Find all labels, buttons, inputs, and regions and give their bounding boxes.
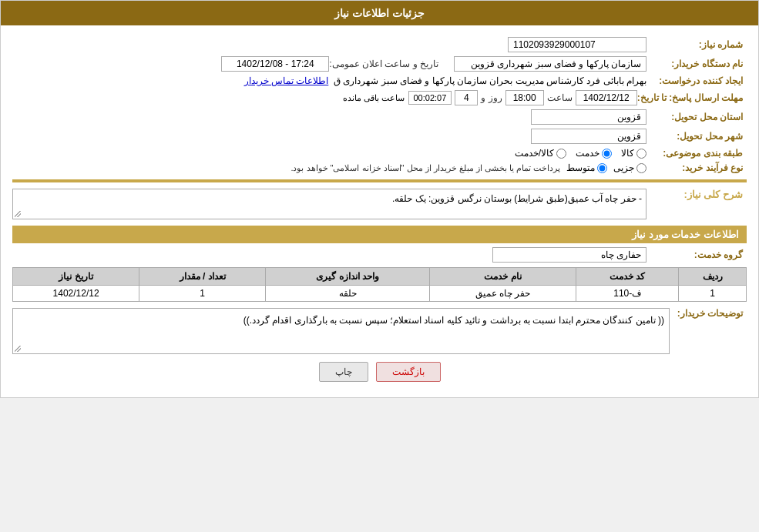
buyer-org-value: سازمان پارکها و فضای سبز شهرداری قزوین <box>454 56 646 72</box>
col-row: ردیف <box>679 268 747 286</box>
category-option-khedmat: خدمت <box>576 148 612 159</box>
send-date-label: مهلت ارسال پاسخ: تا تاریخ: <box>637 92 747 103</box>
col-name: نام خدمت <box>429 268 576 286</box>
page-title: جزئیات اطلاعات نیاز <box>334 7 425 19</box>
divider-1 <box>12 179 747 182</box>
table-row: 1ف-110حفر چاه عمیقحلقه11402/12/12 <box>13 286 747 302</box>
province-label: استان محل تحویل: <box>646 112 747 122</box>
remaining-label: ساعت باقی مانده <box>343 93 405 103</box>
requester-row: ایجاد کننده درخواست: بهرام بابائی فرد کا… <box>12 75 747 86</box>
cell-qty: 1 <box>139 286 266 302</box>
purchase-options-group: جزیی متوسط پرداخت تمام یا بخشی از مبلغ خ… <box>291 162 646 173</box>
back-button[interactable]: بازگشت <box>376 362 441 382</box>
category-option-kala: کالا <box>621 148 646 159</box>
category-option-both: کالا/خدمت <box>515 148 566 159</box>
service-group-label: گروه خدمت: <box>646 249 747 260</box>
print-button[interactable]: چاپ <box>319 362 368 382</box>
remaining-time-group: 00:02:07 ساعت باقی مانده <box>343 91 452 105</box>
purchase-type-row: نوع فرآیند خرید: جزیی متوسط پرداخت تمام … <box>12 162 747 173</box>
page-wrapper: جزئیات اطلاعات نیاز شماره نیاز: 11020939… <box>0 0 759 398</box>
city-label: شهر محل تحویل: <box>646 131 747 142</box>
deadline-time: 18:00 <box>505 90 544 105</box>
category-row: طبقه بندی موضوعی: کالا خدمت کالا/خدمت <box>12 148 747 159</box>
need-desc-label: شرح کلی نیاز: <box>646 189 747 200</box>
services-table: ردیف کد خدمت نام خدمت واحد اندازه گیری ت… <box>12 267 747 302</box>
purchase-option-motavasset: متوسط <box>566 162 607 173</box>
purchase-radio-jozii[interactable] <box>636 163 646 173</box>
need-number-label: شماره نیاز: <box>646 39 747 50</box>
service-group-value: حفاری چاه <box>492 247 646 263</box>
requester-label: ایجاد کننده درخواست: <box>646 75 747 86</box>
days-label: روز و <box>481 92 502 103</box>
buyer-org-label: نام دستگاه خریدار: <box>646 59 747 69</box>
need-number-row: شماره نیاز: 1102093929000107 <box>12 37 747 52</box>
contact-link[interactable]: اطلاعات تماس خریدار <box>244 75 329 86</box>
col-code: کد خدمت <box>576 268 679 286</box>
buyer-notes-label: توضیحات خریدار: <box>670 308 747 319</box>
service-group-row: گروه خدمت: حفاری چاه <box>12 247 747 263</box>
need-number-value: 1102093929000107 <box>508 37 646 52</box>
announce-date-value: 1402/12/08 - 17:24 <box>221 56 329 72</box>
send-date-row: مهلت ارسال پاسخ: تا تاریخ: 1402/12/12 سا… <box>12 90 747 105</box>
buyer-notes-box: (( تامین کنندگان محترم ابتدا نسبت به برد… <box>12 308 670 354</box>
category-label: طبقه بندی موضوعی: <box>646 148 747 159</box>
buyer-org-row: نام دستگاه خریدار: سازمان پارکها و فضای … <box>12 56 747 72</box>
cell-name: حفر چاه عمیق <box>429 286 576 302</box>
announce-date-label: تاریخ و ساعت اعلان عمومی: <box>329 59 438 69</box>
category-radio-kala[interactable] <box>636 149 646 159</box>
purchase-motavasset-label: متوسط <box>566 162 595 173</box>
category-khedmat-label: خدمت <box>576 148 599 159</box>
requester-value: بهرام بابائی فرد کارشناس مدیریت بحران سا… <box>244 75 646 86</box>
category-both-label: کالا/خدمت <box>515 148 554 159</box>
purchase-type-label: نوع فرآیند خرید: <box>646 162 747 173</box>
need-desc-box: - حفر چاه آب عمیق(طبق شرایط) بوستان نرگس… <box>12 189 646 219</box>
buyer-notes-value: (( تامین کنندگان محترم ابتدا نسبت به برد… <box>243 315 664 326</box>
notes-resize-handle <box>15 346 21 352</box>
cell-date: 1402/12/12 <box>13 286 139 302</box>
buyer-notes-section: توضیحات خریدار: (( تامین کنندگان محترم ا… <box>12 308 747 354</box>
col-qty: تعداد / مقدار <box>139 268 266 286</box>
category-radio-khedmat[interactable] <box>602 149 612 159</box>
purchase-jozii-label: جزیی <box>613 162 634 173</box>
province-value: قزوین <box>531 109 646 125</box>
cell-unit: حلقه <box>266 286 430 302</box>
category-kala-label: کالا <box>621 148 634 159</box>
remaining-time-value: 00:02:07 <box>408 91 452 105</box>
category-radio-both[interactable] <box>556 149 566 159</box>
cell-row: 1 <box>679 286 747 302</box>
province-row: استان محل تحویل: قزوین <box>12 109 747 125</box>
col-date: تاریخ نیاز <box>13 268 139 286</box>
city-row: شهر محل تحویل: قزوین <box>12 129 747 144</box>
need-desc-value: - حفر چاه آب عمیق(طبق شرایط) بوستان نرگس… <box>392 193 642 204</box>
resize-handle <box>15 211 21 217</box>
deadline-days: 4 <box>455 90 478 105</box>
main-content: شماره نیاز: 1102093929000107 نام دستگاه … <box>1 25 758 397</box>
time-label-txt: ساعت <box>547 92 573 103</box>
buttons-row: بازگشت چاپ <box>12 362 747 382</box>
purchase-note: پرداخت تمام یا بخشی از مبلغ خریدار از مح… <box>291 163 560 173</box>
page-header: جزئیات اطلاعات نیاز <box>1 1 758 25</box>
purchase-radio-motavasset[interactable] <box>597 163 607 173</box>
service-info-header: اطلاعات خدمات مورد نیاز <box>12 226 747 243</box>
category-radio-group: کالا خدمت کالا/خدمت <box>515 148 646 159</box>
deadline-date: 1402/12/12 <box>576 90 637 105</box>
deadline-row: 1402/12/12 ساعت 18:00 روز و 4 00:02:07 س… <box>343 90 636 105</box>
purchase-option-jozii: جزیی <box>613 162 646 173</box>
cell-code: ف-110 <box>576 286 679 302</box>
col-unit: واحد اندازه گیری <box>266 268 430 286</box>
city-value: قزوین <box>531 129 646 144</box>
need-desc-section: شرح کلی نیاز: - حفر چاه آب عمیق(طبق شرای… <box>12 189 747 219</box>
